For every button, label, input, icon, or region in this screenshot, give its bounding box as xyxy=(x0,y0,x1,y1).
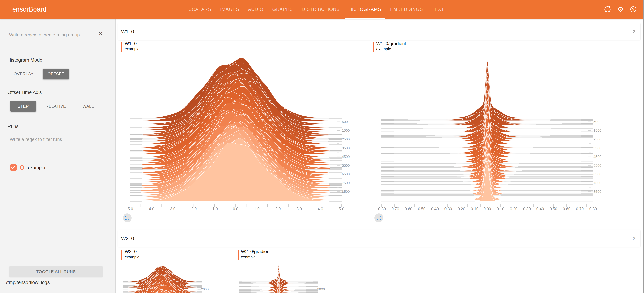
card-tag-title: W2_0 xyxy=(125,249,137,254)
close-icon[interactable]: ✕ xyxy=(98,31,103,37)
svg-text:8500: 8500 xyxy=(594,190,602,194)
mode-offset-button[interactable]: OFFSET xyxy=(43,68,69,79)
run-filter-input[interactable] xyxy=(10,135,106,144)
histogram-chart[interactable]: -0.80-0.60-0.40-0.200.000.200.400.600.80… xyxy=(234,263,330,293)
histogram-card-w2_0-gradient: W2_0/gradient example -0.80-0.60-0.40-0.… xyxy=(234,248,330,293)
top-nav: SCALARS IMAGES AUDIO GRAPHS DISTRIBUTION… xyxy=(184,0,449,19)
tab-label: TEXT xyxy=(432,7,444,12)
divider xyxy=(0,118,116,118)
svg-text:2500: 2500 xyxy=(342,137,350,141)
histogram-card-w2_0: W2_0 example -5.0-4.0-3.0-2.0-1.00.01.02… xyxy=(118,248,213,293)
card-tag-title: W1_0 xyxy=(125,41,137,46)
card-header: W1_0 example xyxy=(118,41,355,51)
histogram-chart[interactable]: -0.80-0.70-0.60-0.50-0.40-0.30-0.20-0.10… xyxy=(370,51,606,224)
help-icon[interactable]: ? xyxy=(630,5,637,13)
tab-embeddings[interactable]: EMBEDDINGS xyxy=(386,0,428,19)
svg-text:0.50: 0.50 xyxy=(550,207,557,211)
section-header-w1_0[interactable]: W1_0 2 xyxy=(118,23,640,40)
tab-audio[interactable]: AUDIO xyxy=(244,0,268,19)
tab-label: IMAGES xyxy=(220,7,239,12)
run-color-swatch[interactable] xyxy=(20,165,24,170)
page-scrollbar[interactable] xyxy=(643,0,644,293)
run-accent-bar xyxy=(121,42,122,51)
card-run-name: example xyxy=(376,47,391,51)
svg-text:-0.70: -0.70 xyxy=(390,207,399,211)
check-mark-icon xyxy=(11,165,15,169)
svg-text:1500: 1500 xyxy=(594,128,602,132)
toggle-all-runs-button[interactable]: TOGGLE ALL RUNS xyxy=(9,266,103,277)
run-name[interactable]: example xyxy=(28,165,45,170)
run-row-example[interactable]: example xyxy=(10,164,45,171)
app-header: TensorBoard SCALARS IMAGES AUDIO GRAPHS … xyxy=(0,0,644,19)
refresh-icon[interactable] xyxy=(604,5,612,13)
svg-text:1.0: 1.0 xyxy=(254,207,260,211)
svg-text:0.30: 0.30 xyxy=(523,207,531,211)
svg-text:-0.80: -0.80 xyxy=(377,207,386,211)
svg-text:?: ? xyxy=(632,7,634,11)
svg-text:0.40: 0.40 xyxy=(536,207,544,211)
card-run-name: example xyxy=(241,255,256,260)
card-run-name: example xyxy=(125,255,140,260)
svg-text:7500: 7500 xyxy=(342,181,350,185)
svg-text:5500: 5500 xyxy=(594,163,602,167)
section-count-badge: 2 xyxy=(633,29,635,34)
tab-label: DISTRIBUTIONS xyxy=(302,7,340,12)
svg-text:⚙: ⚙ xyxy=(617,5,624,13)
run-accent-bar xyxy=(121,250,122,260)
histogram-mode-label: Histogram Mode xyxy=(8,57,42,63)
svg-text:6500: 6500 xyxy=(342,172,350,176)
svg-text:-3.0: -3.0 xyxy=(169,207,176,211)
tab-scalars[interactable]: SCALARS xyxy=(184,0,216,19)
tab-label: EMBEDDINGS xyxy=(390,7,423,12)
cards-row: W2_0 example -5.0-4.0-3.0-2.0-1.00.01.02… xyxy=(118,248,640,293)
svg-text:7500: 7500 xyxy=(594,181,602,185)
axis-step-button[interactable]: STEP xyxy=(10,101,36,112)
tab-histograms[interactable]: HISTOGRAMS xyxy=(344,0,386,19)
section-header-w2_0[interactable]: W2_0 2 xyxy=(118,230,640,247)
tab-label: HISTOGRAMS xyxy=(349,7,382,12)
tab-graphs[interactable]: GRAPHS xyxy=(268,0,297,19)
axis-wall-button[interactable]: WALL xyxy=(77,101,99,112)
card-header: W2_0/gradient example xyxy=(234,250,330,260)
histogram-chart[interactable]: -5.0-4.0-3.0-2.0-1.00.01.02.03.04.05.050… xyxy=(118,51,355,224)
cards-row: W1_0 example -5.0-4.0-3.0-2.0-1.00.01.02… xyxy=(118,41,640,227)
svg-text:2000: 2000 xyxy=(201,288,209,291)
axis-relative-button[interactable]: RELATIVE xyxy=(43,101,69,112)
divider xyxy=(0,85,116,85)
run-checkbox[interactable] xyxy=(10,164,17,171)
svg-text:5500: 5500 xyxy=(342,163,350,167)
mode-overlay-button[interactable]: OVERLAY xyxy=(8,68,40,79)
svg-text:0.80: 0.80 xyxy=(589,207,597,211)
fullscreen-icon xyxy=(125,216,129,220)
svg-text:5.0: 5.0 xyxy=(339,207,344,211)
svg-text:-0.60: -0.60 xyxy=(404,207,412,211)
tab-images[interactable]: IMAGES xyxy=(216,0,244,19)
svg-text:2.0: 2.0 xyxy=(275,207,281,211)
tab-distributions[interactable]: DISTRIBUTIONS xyxy=(297,0,344,19)
svg-text:-0.20: -0.20 xyxy=(456,207,465,211)
section-title: W2_0 xyxy=(121,236,134,241)
tab-text[interactable]: TEXT xyxy=(427,0,449,19)
svg-text:0.70: 0.70 xyxy=(576,207,584,211)
tag-filter-input[interactable] xyxy=(9,30,95,40)
active-tab-underline xyxy=(345,18,385,19)
svg-text:-0.10: -0.10 xyxy=(470,207,478,211)
svg-text:3500: 3500 xyxy=(342,146,350,150)
card-run-name: example xyxy=(125,47,140,51)
svg-text:3.0: 3.0 xyxy=(296,207,302,211)
histogram-chart[interactable]: -5.0-4.0-3.0-2.0-1.00.01.02.03.04.05.020… xyxy=(118,263,213,293)
card-header: W2_0 example xyxy=(118,250,213,260)
expand-card-button[interactable] xyxy=(123,214,132,222)
sidebar: ✕ Histogram Mode OVERLAY OFFSET Offset T… xyxy=(0,19,116,293)
expand-card-button[interactable] xyxy=(374,214,383,222)
main-content: W1_0 2 W1_0 example -5.0-4.0-3.0-2.0-1.0… xyxy=(116,19,643,293)
svg-text:4500: 4500 xyxy=(594,155,602,159)
card-header: W1_0/gradient example xyxy=(370,41,606,51)
svg-text:-0.30: -0.30 xyxy=(443,207,452,211)
svg-text:1500: 1500 xyxy=(342,128,350,132)
settings-gear-icon[interactable]: ⚙ xyxy=(616,5,624,13)
histogram-card-w1_0-gradient: W1_0/gradient example -0.80-0.70-0.60-0.… xyxy=(370,41,606,225)
svg-text:500: 500 xyxy=(594,120,600,124)
log-directory-path: /tmp/tensorflow_logs xyxy=(6,280,50,285)
svg-text:-2.0: -2.0 xyxy=(190,207,197,211)
